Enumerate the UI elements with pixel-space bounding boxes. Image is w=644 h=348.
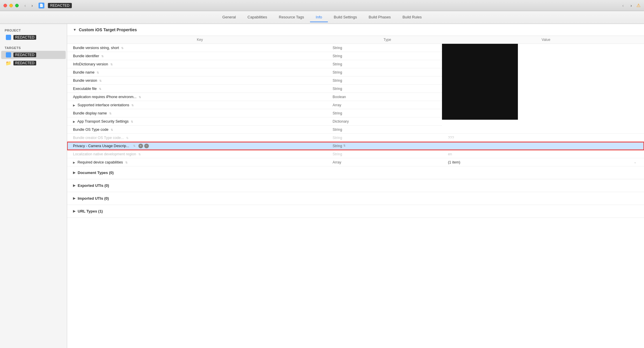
section-arrow-icon: ▶ <box>73 171 75 175</box>
key-cell: Bundle version ⇅ <box>67 76 327 85</box>
privacy-camera-row[interactable]: Privacy - Camera Usage Descrip... ⇅ + − … <box>67 142 644 150</box>
tab-resource-tags[interactable]: Resource Tags <box>273 13 310 22</box>
stepper-icon[interactable]: ⇅ <box>99 79 103 82</box>
row-controls: ⇅ + − <box>132 144 149 148</box>
key-cell: ▶ Supported interface orientations ⇅ <box>67 101 327 109</box>
sidebar-item-project[interactable]: REDACTED <box>1 33 66 41</box>
stepper-icon[interactable]: ⇅ <box>125 161 129 164</box>
close-button[interactable] <box>4 4 7 7</box>
stepper-icon[interactable]: ⇅ <box>99 87 103 91</box>
folder-icon: 📁 <box>6 60 11 66</box>
stepper-icon[interactable]: ⇅ <box>121 46 125 50</box>
stepper-icon[interactable]: ⇅ <box>126 136 130 140</box>
col-header-key: Key <box>67 36 327 44</box>
type-cell: Array <box>327 101 442 109</box>
minimize-button[interactable] <box>9 4 13 7</box>
type-cell: String <box>327 52 442 60</box>
tab-build-phases[interactable]: Build Phases <box>363 13 397 22</box>
section-arrow-icon: ▶ <box>73 196 75 200</box>
back-nav-icon[interactable]: ‹ <box>620 3 626 8</box>
exported-utis-section[interactable]: ▶ Exported UTIs (0) <box>67 179 644 192</box>
key-cell: ▶ Required device capabilities ⇅ <box>67 158 327 166</box>
type-stepper: String ⇅ <box>333 144 346 148</box>
stepper-icon[interactable]: ⇅ <box>111 128 115 131</box>
section-arrow-icon: ▶ <box>73 184 75 187</box>
type-cell: String <box>327 134 442 142</box>
key-cell: Executable file ⇅ <box>67 85 327 93</box>
key-cell: Bundle display name ⇅ <box>67 109 327 117</box>
forward-button[interactable]: › <box>29 3 35 8</box>
titlebar-right: ‹ › ⚠ <box>620 3 640 8</box>
stepper-icon[interactable]: ⇅ <box>138 153 142 156</box>
properties-section-title: Custom iOS Target Properties <box>79 27 137 32</box>
key-cell: InfoDictionary version ⇅ <box>67 60 327 68</box>
row-disclosure-icon[interactable]: ▶ <box>73 161 75 164</box>
stepper-icon[interactable]: ⇅ <box>131 120 135 123</box>
redacted-values <box>442 44 518 120</box>
titlebar: ‹ › 📄 REDACTED ‹ › ⚠ <box>0 0 644 11</box>
document-types-section[interactable]: ▶ Document Types (0) <box>67 166 644 179</box>
type-cell: String <box>327 85 442 93</box>
key-cell: Application requires iPhone environm... … <box>67 93 327 101</box>
table-row: ▶ Required device capabilities ⇅ Array (… <box>67 158 644 166</box>
stepper-icon[interactable]: ⇅ <box>97 71 101 74</box>
forward-nav-icon[interactable]: › <box>628 3 634 8</box>
target-item-label: REDACTED <box>13 53 36 57</box>
stepper-icon[interactable]: ⇅ <box>101 55 105 58</box>
row-disclosure-icon[interactable]: ▶ <box>73 104 75 107</box>
type-cell: String <box>327 76 442 85</box>
back-button[interactable]: ‹ <box>22 3 28 8</box>
stepper-icon[interactable]: ⇅ <box>110 63 114 66</box>
key-cell: Bundle OS Type code ⇅ <box>67 126 327 134</box>
warning-icon: ⚠ <box>636 3 640 8</box>
sidebar-item-target[interactable]: REDACTED <box>1 51 66 59</box>
tab-capabilities[interactable]: Capabilities <box>242 13 273 22</box>
maximize-button[interactable] <box>15 4 19 7</box>
properties-header: ▼ Custom iOS Target Properties <box>67 24 644 36</box>
project-file-icon <box>6 35 11 40</box>
type-cell: Boolean <box>327 93 442 101</box>
targets-section-label: TARGETS <box>0 44 67 51</box>
project-section-label: PROJECT <box>0 27 67 33</box>
stepper-icon[interactable]: ⇅ <box>133 144 137 147</box>
col-header-type: Type <box>327 36 442 44</box>
col-header-value: Value <box>442 36 644 44</box>
imported-utis-section[interactable]: ▶ Imported UTIs (0) <box>67 192 644 205</box>
remove-row-button[interactable]: − <box>144 144 149 148</box>
main-layout: PROJECT REDACTED TARGETS REDACTED 📁 REDA… <box>0 24 644 348</box>
key-cell: Bundle identifier ⇅ <box>67 52 327 60</box>
tab-build-rules[interactable]: Build Rules <box>397 13 428 22</box>
section-disclosure-arrow[interactable]: ▼ <box>73 28 76 32</box>
add-row-button[interactable]: + <box>138 144 143 148</box>
type-cell: String <box>327 44 442 52</box>
stepper-icon[interactable]: ⇅ <box>139 95 143 99</box>
sidebar-item-folder[interactable]: 📁 REDACTED <box>1 59 66 67</box>
value-cell: (1 item) ⌄ <box>442 158 644 166</box>
tabbar: General Capabilities Resource Tags Info … <box>0 11 644 24</box>
row-disclosure-icon[interactable]: ▶ <box>73 120 75 123</box>
tab-build-settings[interactable]: Build Settings <box>328 13 363 22</box>
section-arrow-icon: ▶ <box>73 209 75 213</box>
key-cell: Bundle versions string, short ⇅ <box>67 44 327 52</box>
key-cell: Localization native development region ⇅ <box>67 150 327 158</box>
type-cell: Dictionary <box>327 117 442 126</box>
type-arrows-icon[interactable]: ⇅ <box>343 145 346 147</box>
sidebar: PROJECT REDACTED TARGETS REDACTED 📁 REDA… <box>0 24 67 348</box>
stepper-icon[interactable]: ⇅ <box>109 112 113 115</box>
section-label: URL Types (1) <box>78 209 103 213</box>
stepper-icon[interactable]: ⇅ <box>131 104 135 107</box>
section-label: Exported UTIs (0) <box>78 183 109 188</box>
folder-item-label: REDACTED <box>13 61 36 65</box>
table-row: Bundle versions string, short ⇅ String <box>67 44 644 52</box>
table-row: Localization native development region ⇅… <box>67 150 644 158</box>
nav-controls: ‹ › <box>22 3 35 8</box>
file-icon: 📄 <box>39 3 44 8</box>
key-cell: ▶ App Transport Security Settings ⇅ <box>67 117 327 126</box>
tab-general[interactable]: General <box>217 13 242 22</box>
type-cell: String ⇅ <box>327 142 442 150</box>
tab-info[interactable]: Info <box>310 13 328 22</box>
value-cell[interactable] <box>442 142 644 150</box>
key-cell: Bundle name ⇅ <box>67 68 327 76</box>
table-row: Bundle creator OS Type code... ⇅ String … <box>67 134 644 142</box>
url-types-section[interactable]: ▶ URL Types (1) <box>67 205 644 218</box>
